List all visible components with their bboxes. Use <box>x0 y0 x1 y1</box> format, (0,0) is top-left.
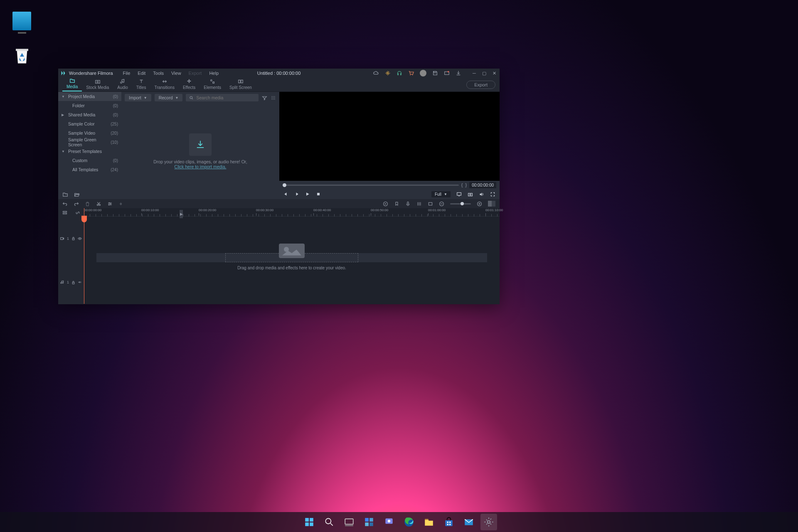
play-icon[interactable] <box>305 192 310 197</box>
sidebar-item[interactable]: Sample Color(25) <box>58 119 121 128</box>
eye-icon[interactable] <box>78 236 82 241</box>
tab-stock-media[interactable]: Stock Media <box>82 79 113 91</box>
sidebar-item[interactable]: Folder(0) <box>58 101 121 110</box>
svg-rect-48 <box>365 518 369 522</box>
menu-file[interactable]: File <box>123 71 131 76</box>
mixer-icon[interactable] <box>416 201 422 207</box>
audio-wave-icon[interactable] <box>118 201 124 207</box>
display-icon[interactable] <box>456 192 462 197</box>
taskbar-edge[interactable] <box>401 514 417 530</box>
link-icon[interactable] <box>75 210 80 215</box>
next-frame-icon[interactable] <box>294 192 299 197</box>
crop-icon[interactable] <box>428 201 433 207</box>
adjust-icon[interactable] <box>107 201 113 207</box>
playhead[interactable] <box>84 208 84 304</box>
sidebar-item[interactable]: Sample Video(20) <box>58 128 121 138</box>
marker-icon[interactable] <box>394 201 399 207</box>
folder-open-icon[interactable] <box>74 192 80 197</box>
mute-icon[interactable] <box>78 280 82 284</box>
taskbar-task-view[interactable] <box>341 514 357 530</box>
lock-icon[interactable] <box>71 281 75 284</box>
snapshot-icon[interactable] <box>468 192 473 197</box>
sidebar-item[interactable]: ▶Shared Media(0) <box>58 110 121 119</box>
media-drop-zone[interactable]: Drop your video clips, images, or audio … <box>121 103 279 199</box>
search-media-input[interactable] <box>186 94 259 101</box>
headphones-icon[interactable] <box>397 70 402 76</box>
taskbar-settings[interactable] <box>480 514 497 530</box>
export-button[interactable]: Export <box>466 81 495 89</box>
filter-icon[interactable] <box>262 95 267 101</box>
new-folder-icon[interactable] <box>62 192 68 197</box>
desktop-icon-recycle-bin[interactable] <box>12 46 31 64</box>
grid-view-icon[interactable] <box>271 95 276 101</box>
cut-icon[interactable] <box>96 201 101 207</box>
mark-out-icon[interactable]: } <box>465 182 467 187</box>
sidebar-item[interactable]: Sample Green Screen(10) <box>58 138 121 147</box>
zoom-fit-icon[interactable] <box>488 201 495 207</box>
timeline-ruler[interactable]: 00:00:00:0000:00:10:0000:00:20:0000:00:3… <box>84 208 500 217</box>
prev-frame-icon[interactable] <box>283 192 288 197</box>
sidebar-item[interactable]: ▼Project Media(0) <box>58 92 121 101</box>
import-media-button[interactable] <box>189 133 212 156</box>
tab-audio[interactable]: Audio <box>113 79 132 91</box>
taskbar-chat[interactable] <box>381 514 397 530</box>
message-icon[interactable] <box>444 70 450 76</box>
render-preview-icon[interactable] <box>383 201 388 207</box>
svg-rect-36 <box>63 213 66 214</box>
taskbar-store[interactable] <box>441 514 457 530</box>
taskbar-search[interactable] <box>321 514 337 530</box>
cloud-icon[interactable] <box>373 70 379 76</box>
manage-tracks-icon[interactable] <box>62 210 67 215</box>
audio-track-header[interactable]: 1 <box>58 261 84 305</box>
audio-track-icon <box>60 280 64 284</box>
taskbar-explorer[interactable] <box>421 514 437 530</box>
lock-icon[interactable] <box>71 236 75 240</box>
preview-video[interactable] <box>279 92 500 181</box>
preview-quality-select[interactable]: Full▼ <box>431 191 451 197</box>
stop-icon[interactable] <box>316 192 321 197</box>
undo-icon[interactable] <box>62 201 68 207</box>
sidebar-item[interactable]: All Templates(24) <box>58 165 121 174</box>
preview-scrubber[interactable] <box>283 185 459 186</box>
timeline-body[interactable]: 00:00:00:0000:00:10:0000:00:20:0000:00:3… <box>84 208 500 304</box>
mark-in-icon[interactable]: { <box>461 182 463 187</box>
menu-view[interactable]: View <box>171 71 181 76</box>
panel-expand-handle[interactable]: ▶ <box>180 210 183 218</box>
tab-titles[interactable]: Titles <box>132 79 150 91</box>
tab-media[interactable]: Media <box>62 78 82 91</box>
save-icon[interactable] <box>432 70 438 76</box>
sidebar-item[interactable]: ▼Preset Templates <box>58 147 121 156</box>
download-icon[interactable] <box>456 70 461 76</box>
sidebar-item[interactable]: Custom(0) <box>58 156 121 165</box>
record-dropdown[interactable]: Record▼ <box>155 94 183 101</box>
delete-icon[interactable] <box>85 201 90 207</box>
tab-transitions[interactable]: Transitions <box>150 79 179 91</box>
menu-tools[interactable]: Tools <box>153 71 164 76</box>
user-avatar-icon[interactable] <box>420 70 426 76</box>
menu-help[interactable]: Help <box>209 71 219 76</box>
close-button[interactable]: ✕ <box>491 70 497 76</box>
taskbar-mail[interactable] <box>461 514 477 530</box>
taskbar-start[interactable] <box>301 514 318 530</box>
zoom-out-icon[interactable] <box>439 201 444 207</box>
taskbar-widgets[interactable] <box>361 514 377 530</box>
tab-split-screen[interactable]: Split Screen <box>225 79 256 91</box>
zoom-slider[interactable] <box>450 203 471 204</box>
menu-edit[interactable]: Edit <box>138 71 145 76</box>
svg-point-1 <box>410 75 411 76</box>
tab-effects[interactable]: Effects <box>179 79 200 91</box>
desktop-icon-this-pc[interactable] <box>12 12 31 30</box>
maximize-button[interactable]: ▢ <box>481 70 487 76</box>
volume-icon[interactable] <box>479 192 484 197</box>
tab-elements[interactable]: Elements <box>200 79 225 91</box>
import-link[interactable]: Click here to import media. <box>153 164 247 169</box>
voiceover-icon[interactable] <box>405 201 411 207</box>
settings-gear-icon[interactable] <box>385 70 391 76</box>
redo-icon[interactable] <box>74 201 79 207</box>
video-track-header[interactable]: 1 <box>58 217 84 261</box>
fullscreen-icon[interactable] <box>490 192 495 197</box>
minimize-button[interactable]: ─ <box>471 70 477 76</box>
zoom-in-icon[interactable] <box>477 201 482 207</box>
import-dropdown[interactable]: Import▼ <box>125 94 151 101</box>
cart-icon[interactable] <box>408 70 414 76</box>
